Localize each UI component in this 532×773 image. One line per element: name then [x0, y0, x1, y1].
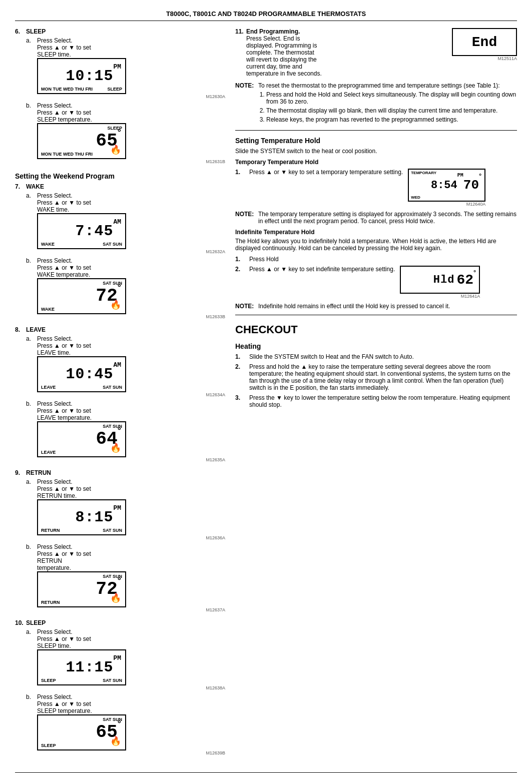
step-10a-text: Press Select. Press ▲ or ▼ to set SLEEP …	[37, 628, 225, 690]
note-1: NOTE: To reset the thermostat to the pre…	[235, 82, 517, 125]
fig-6a-display: 10:15 PM MON TUE WED THU FRI SLEEP	[37, 58, 126, 94]
note-1-label: NOTE:	[235, 82, 255, 125]
fig-temp-hold-wrap: TEMPORARY 8:54 PM 70 ° WED M12640A	[408, 169, 485, 207]
fig-10b-caption: M12639B	[206, 750, 225, 755]
fig-10b-wrap: 65 ° 🔥 SLEEP SAT SUN M12639B	[37, 714, 225, 755]
fig-7a-caption: M12632A	[206, 249, 225, 254]
fig-10a-ampm: PM	[113, 654, 121, 662]
fig-6a-wrap: 10:15 PM MON TUE WED THU FRI SLEEP M1263…	[37, 58, 225, 99]
step-11-content: End Programming. Press Select. End is di…	[246, 28, 517, 77]
fig-6a-days: MON TUE WED THU FRI	[41, 87, 93, 92]
page-header: T8000C, T8001C AND T8024D PROGRAMMABLE T…	[15, 10, 517, 21]
fig-7b-caption: M12633B	[206, 314, 225, 319]
end-display-wrap: End M12511A	[452, 28, 517, 61]
fig-9a-display: 8:15 PM RETURN SAT SUN	[37, 499, 126, 535]
fig-10a-wrap: 11:15 PM SLEEP SAT SUN M12638A	[37, 649, 225, 690]
step-10-label: SLEEP	[26, 619, 225, 626]
fig-8a-time: 10:45	[66, 366, 113, 383]
fig-indef-wrap: Hld 62 ° M12641A	[400, 266, 480, 299]
end-text: End	[472, 35, 497, 50]
step-6a: a. Press Select. Press ▲ or ▼ to set SLE…	[26, 37, 225, 99]
step-11: 11. End Programming. Press Select. End i…	[235, 28, 517, 77]
step-8b: b. Press Select. Press ▲ or ▼ to set LEA…	[26, 400, 225, 462]
temp-hold-text: Slide the SYSTEM switch to the heat or c…	[235, 148, 517, 155]
fig-7a-wake: WAKE	[41, 242, 55, 247]
step-7a-text: Press Select. Press ▲ or ▼ to set WAKE t…	[37, 192, 225, 254]
step-7-label: WAKE	[26, 183, 225, 190]
indef-step-1: 1. Press Hold	[235, 256, 517, 263]
fig-7b-display: 72 ° 🔥 WAKE SAT SUN	[37, 278, 126, 314]
indef-step-2: 2. Press ▲ or ▼ key to set indefinite te…	[235, 266, 517, 299]
hld-deg: °	[473, 269, 476, 276]
fig-6b-days: MON TUE WED THU FRI	[41, 152, 93, 157]
fig-9a-ampm: PM	[113, 504, 121, 512]
fig-10a-sleep: SLEEP	[41, 678, 56, 683]
step-9b-letter: b.	[26, 543, 37, 612]
step-9a-text: Press Select. Press ▲ or ▼ to set RETRUN…	[37, 478, 225, 540]
end-display: End	[452, 28, 517, 56]
fig-10b-sleep: SLEEP	[41, 743, 56, 748]
step-6a-letter: a.	[26, 37, 37, 99]
step-6a-text: Press Select. Press ▲ or ▼ to set SLEEP …	[37, 37, 225, 99]
heating-step-3: 3. Press the ▼ key to lower the temperat…	[235, 394, 517, 408]
step-10b: b. Press Select. Press ▲ or ▼ to set SLE…	[26, 693, 225, 755]
step-7a-letter: a.	[26, 192, 37, 254]
fig-9b-display: 72 ° 🔥 RETURN SAT SUN	[37, 571, 126, 607]
step-8a: a. Press Select. Press ▲ or ▼ to set LEA…	[26, 335, 225, 397]
fig-10a-days: SAT SUN	[103, 678, 122, 683]
fig-9a-return: RETURN	[41, 528, 60, 533]
note-1-list: Press and hold the Hold and Select keys …	[266, 91, 517, 123]
step-10b-letter: b.	[26, 693, 37, 755]
fig-8a-leave: LEAVE	[41, 385, 56, 390]
fig-9a-caption: M12636A	[206, 535, 225, 540]
temp-hold-time: 8:54	[431, 179, 457, 192]
note-1-item-2: The thermostat display will go blank, th…	[266, 107, 517, 114]
indef-heading: Indefinite Temperature Hold	[235, 229, 517, 236]
step-10a: a. Press Select. Press ▲ or ▼ to set SLE…	[26, 628, 225, 690]
step-10b-text: Press Select. Press ▲ or ▼ to set SLEEP …	[37, 693, 225, 755]
step-6b-letter: b.	[26, 102, 37, 164]
left-column: 6. SLEEP a. Press Select. Press ▲ or ▼ t…	[15, 28, 225, 762]
step-8-content: LEAVE a. Press Select. Press ▲ or ▼ to s…	[26, 326, 225, 464]
fig-9b-return: RETURN	[41, 600, 60, 605]
temp-hold-heading: Setting Temperature Hold	[235, 137, 517, 145]
temp-hold-sub-heading: Temporary Temperature Hold	[235, 159, 517, 166]
note-3-text: Indefinite hold remains in effect until …	[258, 303, 517, 310]
step-9a: a. Press Select. Press ▲ or ▼ to set RET…	[26, 478, 225, 540]
fig-9b-caption: M12637A	[206, 607, 225, 612]
step-7: 7. WAKE a. Press Select. Press ▲ or ▼ to…	[15, 183, 225, 321]
step-9b: b. Press Select. Press ▲ or ▼ to set RET…	[26, 543, 225, 612]
heating-step-2-text: Press and hold the ▲ key to raise the te…	[249, 363, 517, 391]
note-1-item-1: Press and hold the Hold and Select keys …	[266, 91, 517, 105]
step-6-content: SLEEP a. Press Select. Press ▲ or ▼ to s…	[26, 28, 225, 166]
fig-9b-days: SAT SUN	[103, 574, 122, 579]
fig-7b-flame: 🔥	[110, 299, 121, 310]
note-3-label: NOTE:	[235, 303, 255, 310]
heating-step-3-num: 3.	[235, 394, 245, 401]
fig-9a-time: 8:15	[75, 509, 113, 526]
fig-10b-flame: 🔥	[110, 735, 121, 746]
step-7-content: WAKE a. Press Select. Press ▲ or ▼ to se…	[26, 183, 225, 321]
temporary-label: TEMPORARY	[411, 171, 436, 175]
indef-text: The Hold key allows you to indefinitely …	[235, 238, 517, 252]
fig-6b-wrap: 65 ° 🔥 MON TUE WED THU FRI SLEEP M12631B	[37, 123, 225, 164]
fig-6a-caption: M12630A	[206, 94, 225, 99]
fig-8b-days: SAT SUN	[103, 424, 122, 429]
heating-step-3-text: Press the ▼ key to lower the temperature…	[249, 394, 517, 408]
fig-6b-display: 65 ° 🔥 MON TUE WED THU FRI SLEEP	[37, 123, 126, 159]
fig-8b-flame: 🔥	[110, 442, 121, 453]
heating-step-1-text: Slide the SYSTEM switch to Heat and the …	[249, 353, 414, 360]
fig-temp-hold-display: TEMPORARY 8:54 PM 70 ° WED	[408, 169, 485, 202]
fig-8a-display: 10:45 AM LEAVE SAT SUN	[37, 356, 126, 392]
page: T8000C, T8001C AND T8024D PROGRAMMABLE T…	[0, 0, 532, 773]
step-10-num: 10.	[15, 619, 26, 626]
heating-step-1-num: 1.	[235, 353, 245, 360]
fig-8b-leave: LEAVE	[41, 450, 56, 455]
fig-9a-days: SAT SUN	[103, 528, 122, 533]
fig-6a-sleep: SLEEP	[107, 87, 122, 92]
step-7b-letter: b.	[26, 257, 37, 319]
fig-10a-caption: M12638A	[206, 685, 225, 690]
fig-7a-display: 7:45 AM WAKE SAT SUN	[37, 213, 126, 249]
step-9-num: 9.	[15, 469, 26, 476]
end-caption: M12511A	[497, 56, 517, 61]
